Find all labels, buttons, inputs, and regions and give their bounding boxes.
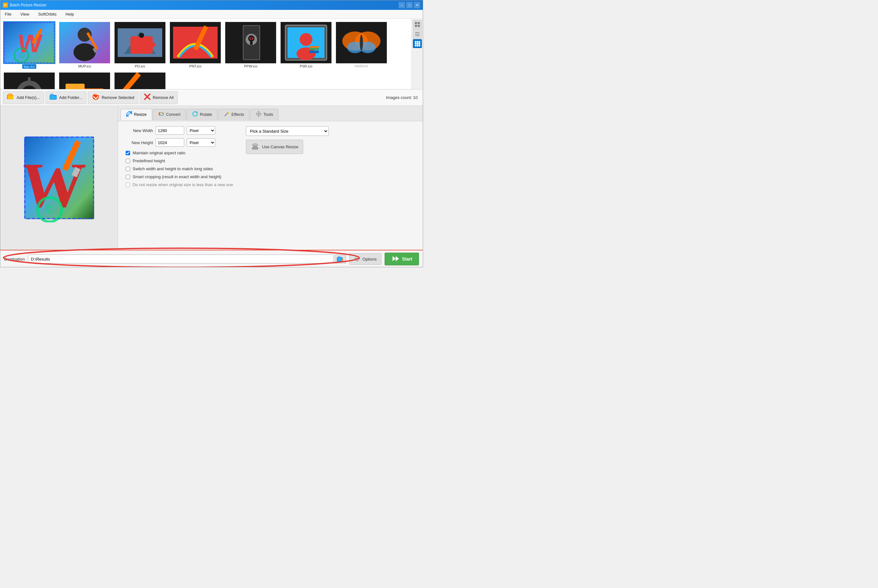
resize-forms-left: New Width Pixel Percent Inch Cm New Heig… [124, 126, 233, 190]
tab-rotate[interactable]: Rotate [186, 109, 217, 120]
menu-view[interactable]: View [18, 11, 31, 17]
svg-point-27 [250, 38, 252, 39]
thumb-label-bpp: bpp.ico [22, 64, 36, 69]
switch-wh-checkbox[interactable] [126, 167, 130, 171]
start-icon [391, 255, 400, 264]
thumb-img-mup [59, 22, 110, 63]
remove-all-icon-svg [144, 93, 151, 100]
svg-rect-108 [258, 111, 259, 112]
tab-rotate-label: Rotate [200, 112, 212, 117]
view-list-button[interactable] [413, 30, 422, 39]
svg-rect-66 [415, 35, 420, 36]
svg-rect-127 [354, 258, 356, 259]
new-width-input[interactable] [156, 126, 184, 135]
thumb-r2b[interactable]: row2b.ico [2, 71, 56, 89]
options-button[interactable]: Options [349, 253, 381, 265]
thumb-ppw[interactable]: PPW.ico [224, 21, 278, 70]
thumb-psr[interactable]: PSR.ico [279, 21, 333, 70]
minimize-button[interactable]: ─ [399, 2, 405, 8]
thumb-label-psr: PSR.ico [300, 64, 312, 68]
tab-convert-label: Convert [166, 112, 181, 117]
new-height-label: New Height [124, 140, 153, 145]
switch-wh-label: Switch width and height to match long si… [133, 166, 213, 171]
tools-icon-svg [255, 111, 262, 117]
thumb-label-mup: MUP.ico [78, 64, 91, 68]
preview-svg: W © [15, 134, 104, 222]
rotate-icon-svg [192, 111, 198, 117]
thumb-img-pnt [170, 22, 221, 63]
add-folder-icon [49, 93, 57, 102]
new-height-input[interactable] [156, 138, 184, 147]
gallery-scroll[interactable]: W © bpp.ico [0, 19, 411, 89]
add-folder-button[interactable]: Add Folder... [45, 92, 87, 104]
tab-resize[interactable]: Resize [121, 109, 152, 120]
svg-point-41 [360, 34, 363, 51]
svg-point-16 [150, 42, 155, 47]
main-content: W © [0, 106, 423, 250]
svg-point-124 [357, 258, 358, 260]
destination-input[interactable] [28, 255, 333, 264]
menu-softorbits[interactable]: SoftOrbits [36, 11, 58, 17]
pick-size-select[interactable]: Pick a Standard Size 800x600 1024x768 19… [246, 126, 329, 136]
smart-crop-checkbox[interactable] [126, 175, 130, 179]
thumb-img-pd [114, 22, 165, 63]
tab-convert[interactable]: 🔄 Convert [153, 109, 186, 120]
thumb-pd[interactable]: PD.ico [113, 21, 167, 70]
add-files-button[interactable]: Add File(s)... [3, 92, 44, 104]
svg-rect-125 [357, 256, 358, 257]
canvas-icon-svg [251, 142, 259, 151]
thumb-img-r2a [336, 22, 387, 63]
canvas-resize-label: Use Canvas Resize [262, 144, 298, 149]
canvas-resize-icon [251, 142, 259, 152]
preview-image: W © [15, 134, 104, 222]
view-grid-button[interactable] [413, 39, 422, 48]
menu-help[interactable]: Help [64, 11, 76, 17]
predefined-height-checkbox[interactable] [126, 159, 130, 163]
svg-rect-126 [357, 260, 358, 261]
close-button[interactable]: ✕ [414, 2, 420, 8]
gallery-side [411, 19, 423, 89]
menu-file[interactable]: File [3, 11, 13, 17]
view-thumbnail-button[interactable] [413, 20, 422, 29]
svg-rect-128 [359, 258, 360, 259]
svg-point-107 [258, 113, 259, 114]
ppw-thumbnail [225, 22, 276, 63]
svg-rect-78 [7, 96, 13, 99]
resize-tab-icon [126, 111, 132, 118]
svg-rect-120 [337, 258, 342, 261]
thumb-bpp[interactable]: W © bpp.ico [2, 21, 56, 70]
svg-rect-71 [417, 43, 418, 45]
smart-crop-row: Smart cropping (result in exact width an… [124, 174, 233, 179]
thumb-r2d[interactable]: row2d.ico [113, 71, 167, 89]
thumb-mup[interactable]: MUP.ico [58, 21, 112, 70]
remove-selected-label: Remove Selected [102, 95, 134, 100]
destination-browse-button[interactable] [335, 255, 346, 264]
maximize-button[interactable]: □ [406, 2, 413, 8]
pnt-thumbnail [170, 22, 221, 63]
height-unit-select[interactable]: Pixel Percent Inch Cm [187, 138, 215, 147]
tab-effects-label: Effects [232, 112, 244, 117]
maintain-aspect-checkbox[interactable] [126, 151, 130, 155]
svg-rect-70 [415, 43, 417, 45]
tab-tools-label: Tools [264, 112, 273, 117]
thumb-label-pnt: PNT.ico [189, 64, 201, 68]
start-button[interactable]: Start [385, 253, 419, 266]
thumb-r2a[interactable]: row2a.ico [334, 21, 388, 70]
remove-all-button[interactable]: Remove All [140, 92, 178, 104]
tab-tools[interactable]: Tools [250, 109, 278, 120]
canvas-resize-button[interactable]: Use Canvas Resize [246, 140, 303, 154]
svg-rect-67 [415, 41, 417, 43]
thumb-r2c[interactable]: row2c.ico [58, 71, 112, 89]
tab-effects[interactable]: Effects [218, 109, 250, 120]
remove-selected-button[interactable]: Remove Selected [88, 92, 138, 104]
svg-rect-14 [130, 36, 153, 54]
thumb-img-bpp: W © [4, 22, 55, 63]
no-resize-row: Do not resize when original size is less… [124, 182, 233, 187]
add-files-icon [7, 93, 15, 102]
no-resize-checkbox[interactable] [126, 183, 130, 187]
svg-rect-35 [309, 46, 319, 48]
thumb-pnt[interactable]: PNT.ico [168, 21, 222, 70]
width-unit-select[interactable]: Pixel Percent Inch Cm [187, 126, 215, 135]
svg-rect-72 [419, 43, 420, 45]
svg-rect-61 [418, 22, 420, 24]
